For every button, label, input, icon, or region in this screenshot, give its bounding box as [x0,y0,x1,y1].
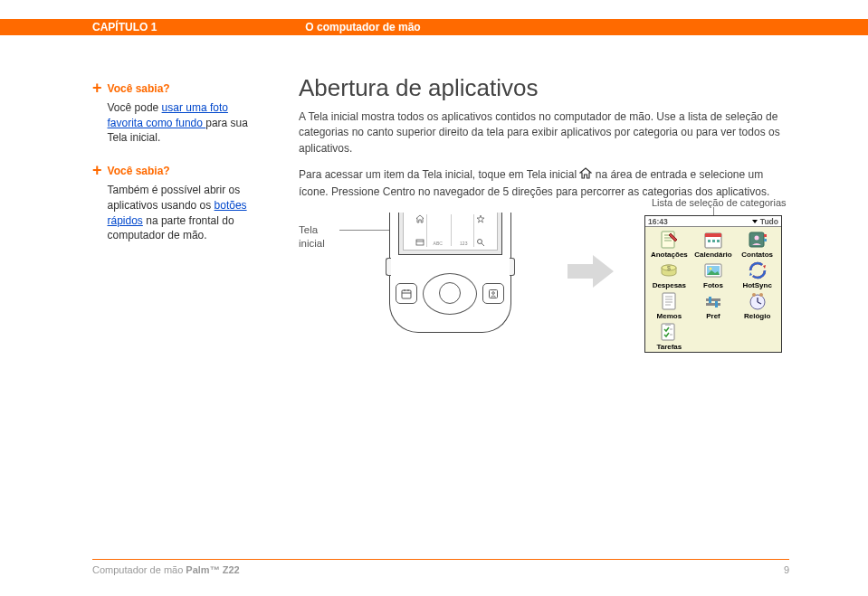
palm-home-screen: 16:43 Tudo Anotações Calendário Contatos [644,215,782,353]
svg-rect-16 [708,240,711,242]
palm-app-grid: Anotações Calendário Contatos $ Despesas… [645,227,781,354]
chapter-title: O computador de mão [305,21,420,33]
device-outline: ABC 123 [362,213,539,344]
app-label: Calendário [694,251,731,259]
caption-category-list: Lista de seleção de categorias [652,197,787,208]
sidebar-tip-2: + Você sabia? Também é possível abrir os… [92,164,262,243]
svg-rect-45 [662,324,674,340]
graffiti-123-label: 123 [460,241,467,246]
svg-rect-36 [706,298,720,301]
app-hotsync[interactable]: HotSync [735,260,779,289]
main-content: Abertura de aplicativos A Tela inicial m… [299,74,787,211]
svg-point-28 [709,268,711,270]
device-screen: ABC 123 [403,213,498,251]
svg-point-9 [492,291,495,294]
memos-icon [657,291,681,311]
app-tarefas[interactable]: Tarefas [647,322,692,351]
para2-pre: Para acessar um item da Tela inicial, to… [299,169,579,182]
device-side-left [386,258,391,276]
svg-rect-46 [665,323,671,326]
app-label: Relógio [744,312,770,320]
svg-rect-4 [402,290,411,298]
app-label: Despesas [653,281,686,289]
footer-divider [92,559,789,560]
find-icon [476,238,485,247]
note-icon [657,230,681,250]
app-label: Anotações [651,251,688,259]
section-heading: Abertura de aplicativos [299,74,787,102]
graffiti-area: ABC 123 [414,214,487,247]
svg-rect-39 [715,301,718,307]
app-label: Memos [657,312,682,320]
plus-icon: + [92,81,102,146]
app-memos[interactable]: Memos [647,291,692,320]
paragraph-2: Para acessar um item da Tela inicial, to… [299,167,787,200]
svg-rect-15 [705,233,721,237]
svg-point-42 [759,293,763,297]
star-icon [476,214,485,223]
footer-page-number: 9 [784,564,789,575]
contacts-icon [746,230,769,250]
svg-point-30 [750,263,765,278]
sidebar-pre-1: Você pode [108,101,162,114]
svg-point-41 [752,293,756,297]
calendar-btn-icon [400,288,413,300]
hard-button-right [482,283,504,304]
app-fotos[interactable]: Fotos [692,260,736,289]
svg-rect-37 [706,303,720,306]
app-label: Fotos [703,281,723,289]
photos-icon [701,260,725,280]
expenses-icon: $ [657,260,681,280]
home-icon [579,167,592,184]
svg-rect-18 [717,240,720,242]
home-icon [415,214,424,223]
svg-line-3 [482,243,484,246]
arrow-icon [566,253,615,289]
svg-point-22 [754,236,758,241]
app-anotacoes[interactable]: Anotações [647,230,692,259]
app-label: Contatos [741,251,773,259]
pref-icon [701,291,725,311]
sidebar-text-2: Você sabia? Também é possível abrir os a… [108,164,262,243]
sidebar-heading-1: Você sabia? [108,81,262,97]
sidebar-text-1: Você sabia? Você pode usar uma foto favo… [108,81,262,146]
svg-rect-31 [663,293,675,309]
menu-icon [415,238,424,247]
dpad-navigator [423,267,477,321]
chapter-label: CAPÍTULO 1 [92,21,157,33]
sidebar-tip-1: + Você sabia? Você pode usar uma foto fa… [92,81,262,146]
tasks-icon [657,322,681,342]
dropdown-triangle-icon [751,218,758,225]
plus-icon: + [92,164,102,243]
app-despesas[interactable]: $ Despesas [647,260,692,289]
sidebar-heading-2: Você sabia? [108,164,262,179]
sidebar: + Você sabia? Você pode usar uma foto fa… [92,81,262,261]
svg-rect-38 [709,297,711,303]
palm-category-label: Tudo [760,217,778,226]
graffiti-abc-label: ABC [434,241,443,246]
app-label: Pref [706,312,720,320]
app-label: Tarefas [656,343,682,351]
app-pref[interactable]: Pref [692,291,736,320]
graffiti-left-icons [414,214,426,247]
paragraph-1: A Tela inicial mostra todos os aplicativ… [299,109,787,156]
svg-rect-0 [416,240,424,245]
svg-rect-20 [764,234,767,237]
app-calendario[interactable]: Calendário [692,230,736,259]
device-side-right [510,258,515,276]
svg-point-2 [478,240,482,244]
calendar-icon [701,230,725,250]
palm-topbar: 16:43 Tudo [645,216,781,227]
graffiti-writing-area: ABC 123 [426,214,474,247]
palm-category-dropdown[interactable]: Tudo [751,217,778,226]
header-bar: CAPÍTULO 1 O computador de mão [0,19,868,35]
hotsync-icon [746,260,769,280]
dpad-center-button [439,282,461,304]
app-relogio[interactable]: Relógio [735,291,779,320]
svg-rect-10 [662,232,674,248]
footer-product: Computador de mão Palm™ Z22 [92,564,240,575]
svg-rect-17 [712,240,715,242]
app-contatos[interactable]: Contatos [735,230,779,259]
palm-time: 16:43 [648,217,668,226]
device-screen-bezel: ABC 123 [398,213,502,255]
